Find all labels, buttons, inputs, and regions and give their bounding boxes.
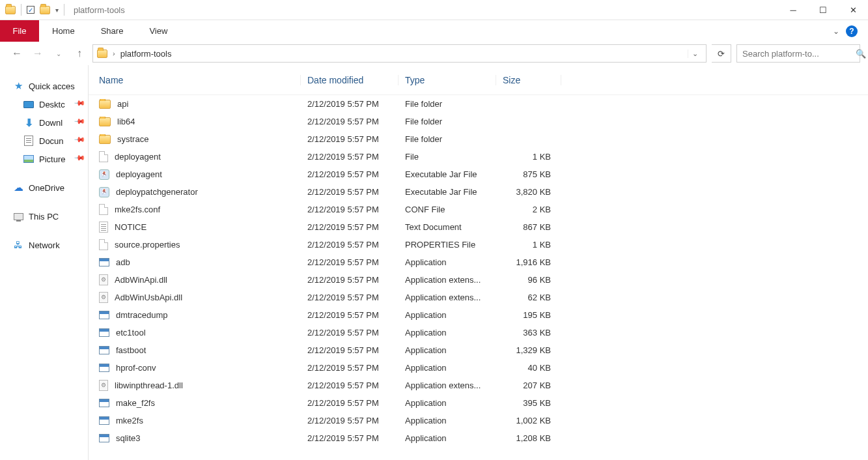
- close-button[interactable]: ✕: [838, 0, 868, 20]
- file-row[interactable]: make_f2fs2/12/2019 5:57 PMApplication395…: [89, 394, 868, 412]
- qat-newfolder-icon[interactable]: [40, 6, 50, 14]
- file-type: CONF File: [399, 205, 496, 214]
- file-tab[interactable]: File: [0, 20, 39, 42]
- file-size: 62 KB: [496, 293, 561, 302]
- file-date: 2/12/2019 5:57 PM: [301, 363, 399, 373]
- application-icon: [99, 399, 109, 407]
- column-header-type[interactable]: Type: [399, 75, 496, 85]
- file-date: 2/12/2019 5:57 PM: [301, 328, 399, 338]
- forward-button[interactable]: →: [30, 46, 46, 61]
- sidebar-item-downloads[interactable]: ⬇ Downl 📌: [0, 113, 88, 132]
- file-row[interactable]: AdbWinApi.dll2/12/2019 5:57 PMApplicatio…: [89, 271, 868, 289]
- file-row[interactable]: mke2fs2/12/2019 5:57 PMApplication1,002 …: [89, 412, 868, 429]
- sidebar-onedrive[interactable]: ☁ OneDrive: [0, 179, 88, 197]
- file-size: 1,329 KB: [496, 345, 561, 355]
- sidebar-this-pc[interactable]: This PC: [0, 207, 88, 225]
- qat-dropdown-icon[interactable]: ▾: [55, 7, 59, 14]
- file-size: 1,916 KB: [496, 257, 561, 267]
- file-row[interactable]: libwinpthread-1.dll2/12/2019 5:57 PMAppl…: [89, 377, 868, 394]
- column-header-size[interactable]: Size: [496, 75, 561, 85]
- sidebar-network[interactable]: 🖧 Network: [0, 236, 88, 254]
- file-size: 96 KB: [496, 275, 561, 285]
- file-type: Application extens...: [399, 275, 496, 285]
- file-date: 2/12/2019 5:57 PM: [301, 398, 399, 408]
- sidebar-quick-access[interactable]: ★ Quick acces: [0, 77, 88, 95]
- help-icon[interactable]: ?: [846, 25, 858, 37]
- file-name: dmtracedump: [116, 310, 167, 320]
- file-size: 207 KB: [496, 381, 561, 390]
- file-row[interactable]: deployagent2/12/2019 5:57 PMFile1 KB: [89, 148, 868, 165]
- sidebar-item-label: Desktc: [39, 100, 65, 109]
- application-icon: [99, 328, 109, 337]
- file-icon: [99, 151, 108, 162]
- dll-icon: [99, 274, 108, 285]
- file-type: Executable Jar File: [399, 187, 496, 197]
- up-button[interactable]: ↑: [72, 46, 87, 61]
- file-row[interactable]: NOTICE2/12/2019 5:57 PMText Document867 …: [89, 218, 868, 236]
- file-row[interactable]: hprof-conv2/12/2019 5:57 PMApplication40…: [89, 359, 868, 377]
- download-icon: ⬇: [23, 117, 34, 128]
- file-row[interactable]: api2/12/2019 5:57 PMFile folder: [89, 95, 868, 113]
- file-row[interactable]: AdbWinUsbApi.dll2/12/2019 5:57 PMApplica…: [89, 289, 868, 306]
- window-title: platform-tools: [70, 5, 125, 15]
- sidebar-item-desktop[interactable]: Desktc 📌: [0, 95, 88, 113]
- column-header-date[interactable]: Date modified: [301, 75, 399, 85]
- file-list: Name Date modified Type Size api2/12/201…: [89, 65, 868, 460]
- refresh-button[interactable]: ⟳: [712, 44, 731, 63]
- sidebar-item-documents[interactable]: Docun 📌: [0, 132, 88, 150]
- file-size: 875 KB: [496, 169, 561, 179]
- file-row[interactable]: lib642/12/2019 5:57 PMFile folder: [89, 113, 868, 130]
- file-row[interactable]: sqlite32/12/2019 5:57 PMApplication1,208…: [89, 429, 868, 447]
- file-date: 2/12/2019 5:57 PM: [301, 293, 399, 302]
- chevron-right-icon[interactable]: ›: [111, 50, 117, 57]
- tab-view[interactable]: View: [136, 20, 180, 42]
- file-size: 1 KB: [496, 240, 561, 250]
- file-row[interactable]: dmtracedump2/12/2019 5:57 PMApplication1…: [89, 306, 868, 324]
- address-dropdown-icon[interactable]: ⌄: [688, 50, 702, 58]
- file-date: 2/12/2019 5:57 PM: [301, 134, 399, 144]
- star-icon: ★: [13, 81, 23, 91]
- separator: [21, 4, 21, 16]
- network-icon: 🖧: [13, 240, 23, 250]
- file-type: Application: [399, 310, 496, 320]
- file-name: make_f2fs: [116, 398, 155, 408]
- file-row[interactable]: mke2fs.conf2/12/2019 5:57 PMCONF File2 K…: [89, 201, 868, 218]
- search-input[interactable]: [742, 49, 852, 59]
- file-type: PROPERTIES File: [399, 240, 496, 250]
- file-row[interactable]: adb2/12/2019 5:57 PMApplication1,916 KB: [89, 253, 868, 271]
- search-box[interactable]: 🔍: [736, 44, 860, 63]
- search-icon[interactable]: 🔍: [856, 49, 866, 59]
- column-header-name[interactable]: Name: [89, 75, 301, 85]
- qat-properties-icon[interactable]: ✓: [27, 6, 35, 14]
- file-type: Application: [399, 257, 496, 267]
- file-name: hprof-conv: [116, 363, 156, 373]
- file-type: File folder: [399, 117, 496, 126]
- ribbon-expand-icon[interactable]: ⌄: [833, 27, 839, 36]
- file-row[interactable]: systrace2/12/2019 5:57 PMFile folder: [89, 130, 868, 148]
- file-date: 2/12/2019 5:57 PM: [301, 169, 399, 179]
- sidebar-label: This PC: [29, 212, 59, 222]
- minimize-button[interactable]: ─: [778, 0, 808, 20]
- recent-dropdown-icon[interactable]: ⌄: [51, 46, 66, 61]
- address-bar[interactable]: › platform-tools ⌄: [92, 44, 707, 63]
- file-row[interactable]: deploypatchgenerator2/12/2019 5:57 PMExe…: [89, 183, 868, 201]
- file-row[interactable]: source.properties2/12/2019 5:57 PMPROPER…: [89, 236, 868, 253]
- application-icon: [99, 416, 109, 425]
- address-segment[interactable]: platform-tools: [120, 49, 172, 59]
- file-type: Application: [399, 345, 496, 355]
- back-button[interactable]: ←: [9, 46, 25, 61]
- file-size: 1 KB: [496, 152, 561, 162]
- tab-share[interactable]: Share: [88, 20, 137, 42]
- maximize-button[interactable]: ☐: [808, 0, 838, 20]
- file-date: 2/12/2019 5:57 PM: [301, 257, 399, 267]
- application-icon: [99, 311, 109, 319]
- file-date: 2/12/2019 5:57 PM: [301, 240, 399, 250]
- file-size: 1,208 KB: [496, 433, 561, 443]
- file-row[interactable]: fastboot2/12/2019 5:57 PMApplication1,32…: [89, 341, 868, 359]
- file-row[interactable]: deployagent2/12/2019 5:57 PMExecutable J…: [89, 165, 868, 183]
- sidebar-item-pictures[interactable]: Picture 📌: [0, 150, 88, 168]
- pin-icon: 📌: [73, 152, 85, 164]
- tab-home[interactable]: Home: [39, 20, 88, 42]
- file-name: source.properties: [115, 240, 180, 250]
- file-row[interactable]: etc1tool2/12/2019 5:57 PMApplication363 …: [89, 324, 868, 341]
